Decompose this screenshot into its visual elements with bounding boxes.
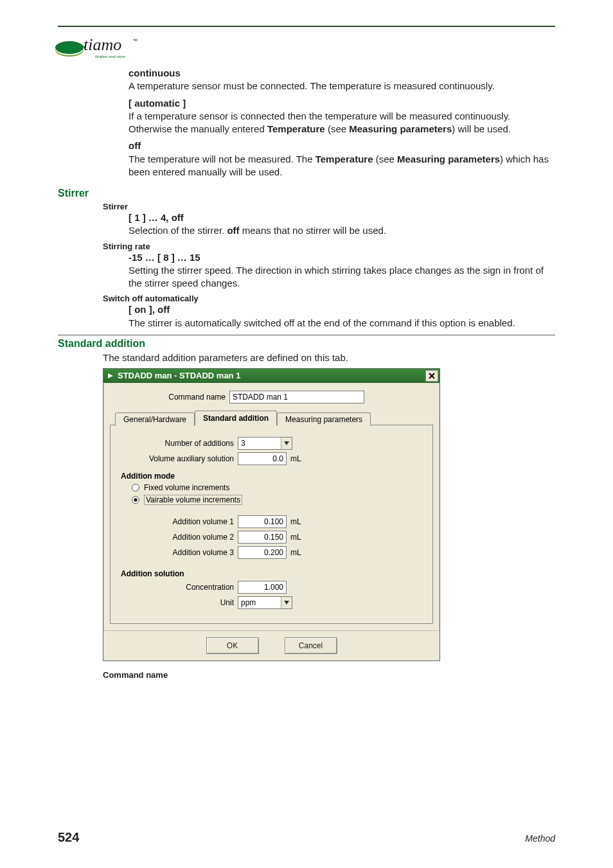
logo: tiamo ™ titration and more <box>58 30 555 67</box>
vol2-unit: mL <box>287 533 301 542</box>
close-icon <box>429 373 435 379</box>
vol1-label: Addition volume 1 <box>118 517 238 526</box>
tabs: General/Hardware Standard addition Measu… <box>110 410 433 624</box>
text: The temperature will not be measured. Th… <box>129 154 315 164</box>
text: means that no stirrer will be used. <box>240 225 386 236</box>
tab-general[interactable]: General/Hardware <box>115 412 195 426</box>
keyword: Temperature <box>315 154 373 164</box>
tab-standard-addition[interactable]: Standard addition <box>195 411 277 425</box>
vol-aux-unit: mL <box>287 454 301 463</box>
vol3-label: Addition volume 3 <box>118 548 238 557</box>
heading-continuous: continuous <box>129 67 555 80</box>
vol2-input[interactable] <box>238 531 287 544</box>
num-additions-value: 3 <box>238 438 281 449</box>
text: Selection of the stirrer. <box>129 225 227 236</box>
param-rate-text: Setting the stirrer speed. The direction… <box>129 264 555 290</box>
param-rate-range: -15 … [ 8 ] … 15 <box>129 251 555 264</box>
page-number: 524 <box>58 830 79 845</box>
param-switch-label: Switch off automatically <box>103 294 555 303</box>
unit-combo[interactable]: ppm <box>238 596 292 609</box>
dialog-stdadd: STDADD man - STDADD man 1 Command name G… <box>103 368 440 661</box>
param-stirrer-range: [ 1 ] … 4, off <box>129 211 555 224</box>
unit-label: Unit <box>118 598 238 607</box>
text-automatic: If a temperature sensor is connected the… <box>129 110 555 136</box>
vol1-input[interactable] <box>238 515 287 528</box>
dialog-footer: OK Cancel <box>103 630 440 660</box>
radio-variable-row[interactable]: Vairable volume increments <box>131 495 425 505</box>
vol2-label: Addition volume 2 <box>118 533 238 542</box>
section-rule <box>58 335 555 335</box>
close-button[interactable] <box>425 370 438 382</box>
keyword: Measuring parameters <box>349 123 452 134</box>
param-switch-range: [ on ], off <box>129 303 555 316</box>
concentration-input[interactable] <box>238 581 287 594</box>
command-name-input[interactable] <box>229 391 364 403</box>
vol3-input[interactable] <box>238 546 287 559</box>
text: (see <box>325 123 350 134</box>
svg-text:tiamo: tiamo <box>84 35 121 54</box>
keyword: Temperature <box>267 123 325 134</box>
svg-point-8 <box>132 484 139 491</box>
svg-marker-11 <box>284 601 289 605</box>
unit-value: ppm <box>238 597 281 608</box>
vol3-unit: mL <box>287 548 301 557</box>
tab-measuring-parameters[interactable]: Measuring parameters <box>277 412 371 426</box>
param-stirrer-text: Selection of the stirrer. off means that… <box>129 224 555 237</box>
svg-point-10 <box>134 498 137 501</box>
param-rate-label: Stirring rate <box>103 242 555 251</box>
vol1-unit: mL <box>287 517 301 526</box>
param-switch-text: The stirrer is automatically switched of… <box>129 317 555 330</box>
param-stirrer-label: Stirrer <box>103 202 555 211</box>
section-stdadd: Standard addition <box>58 338 555 350</box>
text-off: The temperature will not be measured. Th… <box>129 153 555 179</box>
tab-pane: Number of additions 3 Volume auxiliary s… <box>110 425 433 624</box>
post-label-command-name: Command name <box>103 670 555 680</box>
vol-aux-label: Volume auxiliary solution <box>118 454 238 463</box>
dialog-title: STDADD man - STDADD man 1 <box>118 371 425 380</box>
stdadd-intro: The standard addition parameters are def… <box>103 352 555 363</box>
radio-fixed-row[interactable]: Fixed volume increments <box>131 483 425 492</box>
group-addition-solution: Addition solution <box>121 569 425 578</box>
num-additions-combo[interactable]: 3 <box>238 437 292 450</box>
command-name-label: Command name <box>110 393 229 402</box>
radio-fixed-label: Fixed volume increments <box>144 483 229 492</box>
text: ) will be used. <box>452 123 511 134</box>
group-addition-mode: Addition mode <box>121 472 425 481</box>
app-icon <box>106 371 115 380</box>
ok-button[interactable]: OK <box>206 637 259 654</box>
text-continuous: A temperature sensor must be connected. … <box>129 80 555 93</box>
heading-off: off <box>129 139 555 152</box>
chevron-down-icon <box>281 597 292 608</box>
keyword: Measuring parameters <box>397 154 500 164</box>
radio-checked-icon <box>131 495 140 504</box>
concentration-label: Concentration <box>118 583 238 592</box>
svg-text:titration and more: titration and more <box>95 55 125 58</box>
chevron-down-icon <box>281 438 292 449</box>
num-additions-label: Number of additions <box>118 439 238 448</box>
heading-automatic: [ automatic ] <box>129 97 555 110</box>
cancel-button[interactable]: Cancel <box>285 637 337 654</box>
titlebar: STDADD man - STDADD man 1 <box>103 369 440 383</box>
vol-aux-input[interactable] <box>238 452 287 465</box>
section-stirrer: Stirrer <box>58 188 555 199</box>
radio-variable-label: Vairable volume increments <box>144 495 242 505</box>
top-rule <box>58 26 555 27</box>
radio-unchecked-icon <box>131 483 140 492</box>
footer-section: Method <box>525 833 555 844</box>
tiamo-logo-icon: tiamo ™ titration and more <box>54 31 150 63</box>
keyword: off <box>227 225 239 236</box>
svg-marker-6 <box>108 373 113 378</box>
svg-marker-7 <box>284 441 289 445</box>
text: (see <box>373 154 397 164</box>
svg-text:™: ™ <box>132 38 138 44</box>
